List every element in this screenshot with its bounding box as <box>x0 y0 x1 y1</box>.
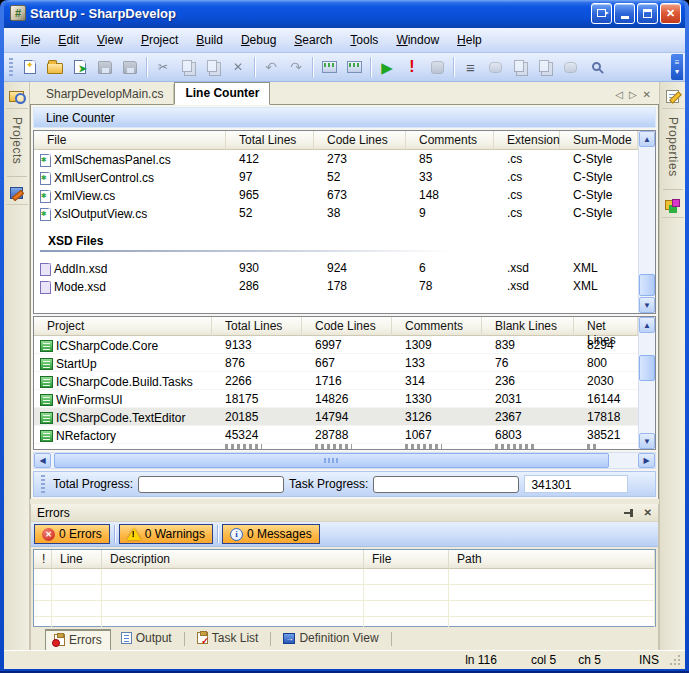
file-row[interactable]: XslOutputView.cs 52 38 9 .cs C-Style <box>34 204 638 222</box>
properties-tab-button[interactable] <box>662 85 684 109</box>
scroll-down-icon[interactable]: ▼ <box>639 433 655 449</box>
minimize-button[interactable] <box>614 3 635 24</box>
col-file[interactable]: File <box>364 550 449 569</box>
col-description[interactable]: Description <box>102 550 364 569</box>
next-bookmark-button[interactable] <box>534 56 556 78</box>
errors-filter-button[interactable]: ✕0 Errors <box>34 524 110 544</box>
toolbar-overflow-button[interactable]: ≡▾ <box>671 54 683 80</box>
scroll-up-icon[interactable]: ▲ <box>639 131 655 147</box>
new-file-button[interactable]: ✦ <box>19 56 41 78</box>
titlebar[interactable]: # StartUp - SharpDevelop ✕ <box>4 0 685 28</box>
col-total-lines[interactable]: Total Lines <box>212 317 302 336</box>
tab-errors[interactable]: Errors <box>45 629 111 651</box>
col-code-lines[interactable]: Code Lines <box>314 131 406 150</box>
project-row[interactable]: ICSharpCode.Core 9133 6997 1309 839 8294 <box>34 336 638 354</box>
projects-tab-button[interactable] <box>6 85 28 109</box>
undo-button[interactable]: ↶ <box>260 56 282 78</box>
menu-search[interactable]: Search <box>285 30 341 50</box>
project-row-clipped[interactable] <box>34 444 638 449</box>
project-row[interactable]: WinFormsUI 18175 14826 1330 2031 16144 <box>34 390 638 408</box>
scroll-up-icon[interactable]: ▲ <box>639 317 655 333</box>
resize-grip-icon[interactable] <box>669 654 681 666</box>
col-sum-mode[interactable]: Sum-Mode <box>560 131 638 150</box>
menu-window[interactable]: Window <box>387 30 448 50</box>
tab-definition-view[interactable]: →Definition View <box>275 629 386 648</box>
tab-line-counter[interactable]: Line Counter <box>174 82 270 105</box>
col-extension[interactable]: Extension <box>494 131 560 150</box>
projects-table-scrollbar[interactable]: ▲ ▼ <box>638 317 655 449</box>
scrollbar-thumb[interactable] <box>54 453 609 468</box>
file-row[interactable]: Mode.xsd 286 178 78 .xsd XML <box>34 277 638 295</box>
rebuild-button[interactable] <box>343 56 365 78</box>
tab-scroll-right-icon[interactable]: ▷ <box>629 89 637 100</box>
menu-edit[interactable]: Edit <box>49 30 88 50</box>
tab-output[interactable]: Output <box>113 629 180 648</box>
prev-bookmark-button[interactable] <box>509 56 531 78</box>
toolbar-grip[interactable] <box>9 58 13 76</box>
run-button[interactable]: ▶ <box>376 56 398 78</box>
scrollbar-thumb[interactable] <box>639 355 655 381</box>
scroll-right-icon[interactable]: ▶ <box>638 453 655 468</box>
menu-project[interactable]: Project <box>132 30 187 50</box>
toolbar-grip[interactable] <box>41 475 45 493</box>
col-project[interactable]: Project <box>34 317 212 336</box>
stop-button[interactable] <box>426 56 448 78</box>
open-project-button[interactable]: ➤ <box>69 56 91 78</box>
file-row[interactable]: XmlUserControl.cs 97 52 33 .cs C-Style <box>34 168 638 186</box>
project-row[interactable]: ICSharpCode.Build.Tasks 2266 1716 314 23… <box>34 372 638 390</box>
warnings-filter-button[interactable]: 0 Warnings <box>119 524 213 544</box>
cut-button[interactable]: ✂ <box>152 56 174 78</box>
menu-build[interactable]: Build <box>187 30 232 50</box>
project-row[interactable]: StartUp 876 667 133 76 800 <box>34 354 638 372</box>
save-button[interactable] <box>94 56 116 78</box>
col-file[interactable]: File <box>34 131 226 150</box>
redo-button[interactable]: ↷ <box>285 56 307 78</box>
classes-tab-button[interactable] <box>6 181 28 205</box>
tab-close-icon[interactable]: ✕ <box>643 89 651 100</box>
scroll-left-icon[interactable]: ◀ <box>34 453 51 468</box>
col-code-lines[interactable]: Code Lines <box>302 317 392 336</box>
col-severity[interactable]: ! <box>34 550 52 569</box>
file-row[interactable]: XmlView.cs 965 673 148 .cs C-Style <box>34 186 638 204</box>
col-comments[interactable]: Comments <box>392 317 482 336</box>
comment-region-button[interactable] <box>484 56 506 78</box>
project-row-highlighted[interactable]: ICSharpCode.TextEditor 20185 14794 3126 … <box>34 408 638 426</box>
close-pane-icon[interactable]: ✕ <box>644 507 652 518</box>
col-comments[interactable]: Comments <box>406 131 494 150</box>
messages-filter-button[interactable]: i0 Messages <box>222 524 320 544</box>
file-row[interactable]: AddIn.xsd 930 924 6 .xsd XML <box>34 259 638 277</box>
pin-icon[interactable] <box>624 508 634 518</box>
abort-button[interactable]: ! <box>401 56 423 78</box>
menu-file[interactable]: File <box>12 30 49 50</box>
file-row[interactable]: XmlSchemasPanel.cs 412 273 85 .cs C-Styl… <box>34 150 638 168</box>
col-total-lines[interactable]: Total Lines <box>226 131 314 150</box>
col-path[interactable]: Path <box>449 550 655 569</box>
menu-tools[interactable]: Tools <box>341 30 387 50</box>
horizontal-scrollbar[interactable]: ◀ ▶ <box>33 452 656 469</box>
scroll-down-icon[interactable]: ▼ <box>639 297 655 313</box>
maximize-button[interactable] <box>637 3 658 24</box>
properties-tab-label[interactable]: Properties <box>666 109 680 185</box>
project-row[interactable]: NRefactory 45324 28788 1067 6803 38521 <box>34 426 638 444</box>
projects-tab-label[interactable]: Projects <box>10 109 24 172</box>
build-button[interactable] <box>318 56 340 78</box>
clear-bookmarks-button[interactable] <box>559 56 581 78</box>
delete-button[interactable]: ✕ <box>227 56 249 78</box>
tab-scroll-left-icon[interactable]: ◁ <box>615 89 623 100</box>
open-file-button[interactable] <box>44 56 66 78</box>
dock-window-button[interactable] <box>591 3 612 24</box>
col-blank-lines[interactable]: Blank Lines <box>482 317 574 336</box>
tab-sharpdevelopmain[interactable]: SharpDevelopMain.cs <box>36 84 174 105</box>
menu-help[interactable]: Help <box>448 30 491 50</box>
toolbox-tab-button[interactable] <box>662 194 684 218</box>
save-all-button[interactable] <box>119 56 141 78</box>
search-button[interactable] <box>584 56 606 78</box>
scrollbar-thumb[interactable] <box>639 274 655 296</box>
col-net-lines[interactable]: Net Lines <box>574 317 638 336</box>
files-table-scrollbar[interactable]: ▲ ▼ <box>638 131 655 313</box>
menu-debug[interactable]: Debug <box>232 30 285 50</box>
menu-view[interactable]: View <box>88 30 132 50</box>
copy-button[interactable] <box>177 56 199 78</box>
close-button[interactable]: ✕ <box>660 3 681 24</box>
list-button[interactable]: ≡ <box>459 56 481 78</box>
